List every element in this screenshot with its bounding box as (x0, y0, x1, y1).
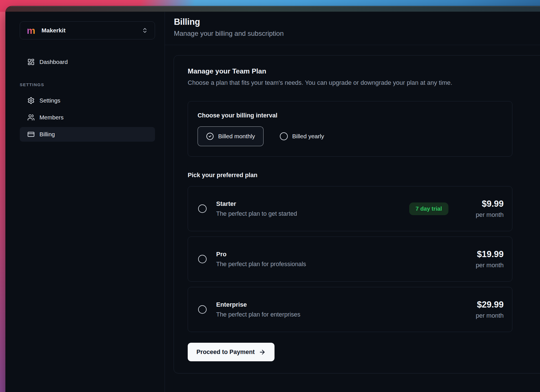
proceed-to-payment-button[interactable]: Proceed to Payment (188, 343, 275, 361)
sidebar-item-members[interactable]: Members (20, 110, 155, 125)
plan-row-enterprise[interactable]: Enterprise The perfect plan for enterpri… (188, 287, 512, 332)
gear-icon (27, 97, 35, 104)
billing-interval-options: Billed monthly Billed yearly (198, 126, 503, 146)
billing-interval-label: Choose your billing interval (198, 112, 503, 119)
radio-circle-icon[interactable] (198, 255, 207, 263)
plan-description: The perfect plan for professionals (216, 261, 464, 268)
team-plan-card: Manage your Team Plan Choose a plan that… (174, 55, 540, 373)
plan-text: Starter The perfect plan to get started (216, 200, 409, 217)
radio-circle-icon[interactable] (198, 305, 207, 314)
plan-text: Pro The perfect plan for professionals (216, 251, 464, 268)
billed-monthly-label: Billed monthly (218, 133, 255, 140)
plan-name: Enterprise (216, 301, 464, 308)
chevrons-up-down-icon (142, 27, 148, 34)
sidebar-section-settings: SETTINGS (20, 82, 155, 87)
plan-price-block: $9.99 per month (464, 199, 504, 219)
radio-circle-icon[interactable] (198, 204, 207, 213)
plan-price: $29.99 (464, 300, 504, 310)
proceed-button-label: Proceed to Payment (196, 349, 255, 356)
sidebar-nav: Dashboard SETTINGS Settings Members (20, 55, 155, 144)
credit-card-icon (27, 131, 35, 138)
arrow-right-icon (259, 349, 266, 356)
plan-row-pro[interactable]: Pro The perfect plan for professionals $… (188, 237, 512, 282)
plan-description: The perfect plan to get started (216, 210, 409, 217)
plan-period: per month (464, 312, 504, 319)
app-window: m Makerkit Dashboard SETTINGS (6, 6, 540, 392)
plan-row-starter[interactable]: Starter The perfect plan to get started … (188, 186, 512, 231)
sidebar-item-dashboard[interactable]: Dashboard (20, 55, 155, 69)
check-circle-icon (206, 132, 214, 140)
radio-circle-icon (280, 132, 288, 140)
sidebar-item-label: Billing (39, 131, 55, 138)
pick-plan-label: Pick your preferred plan (188, 172, 540, 179)
dashboard-icon (27, 58, 35, 66)
sidebar-item-label: Members (39, 114, 63, 121)
plan-price: $9.99 (464, 199, 504, 209)
workspace-selector[interactable]: m Makerkit (20, 21, 155, 39)
trial-badge: 7 day trial (409, 202, 448, 215)
plan-price-block: $29.99 per month (464, 300, 504, 319)
sidebar-item-label: Dashboard (39, 59, 68, 65)
billed-yearly-label: Billed yearly (292, 133, 324, 140)
app-root: m Makerkit Dashboard SETTINGS (6, 12, 540, 392)
plan-description: The perfect plan for enterprises (216, 311, 464, 318)
plan-period: per month (464, 211, 504, 219)
page-header: Billing Manage your billing and subscrip… (165, 12, 540, 45)
billing-interval-box: Choose your billing interval Billed mont… (188, 101, 512, 157)
page-title: Billing (174, 17, 540, 27)
plan-text: Enterprise The perfect plan for enterpri… (216, 301, 464, 318)
billed-monthly-option[interactable]: Billed monthly (198, 126, 264, 146)
plan-price-block: $19.99 per month (464, 249, 504, 269)
sidebar: m Makerkit Dashboard SETTINGS (6, 12, 165, 392)
content-area: Manage your Team Plan Choose a plan that… (165, 45, 540, 373)
sidebar-item-settings[interactable]: Settings (20, 93, 155, 108)
plan-name: Pro (216, 251, 464, 258)
plan-period: per month (464, 262, 504, 269)
plan-name: Starter (216, 200, 409, 208)
page-subtitle: Manage your billing and subscription (174, 30, 540, 37)
card-description: Choose a plan that fits your team's need… (188, 79, 540, 86)
card-title: Manage your Team Plan (188, 67, 540, 75)
makerkit-logo: m (27, 26, 35, 35)
plan-price: $19.99 (464, 249, 504, 259)
window-titlebar (6, 6, 540, 12)
sidebar-item-billing[interactable]: Billing (20, 127, 155, 142)
users-icon (27, 114, 35, 121)
billed-yearly-option[interactable]: Billed yearly (280, 132, 324, 140)
main-content: Billing Manage your billing and subscrip… (165, 12, 540, 392)
sidebar-item-label: Settings (39, 97, 60, 104)
workspace-name: Makerkit (41, 27, 142, 34)
plan-list: Starter The perfect plan to get started … (188, 186, 512, 332)
